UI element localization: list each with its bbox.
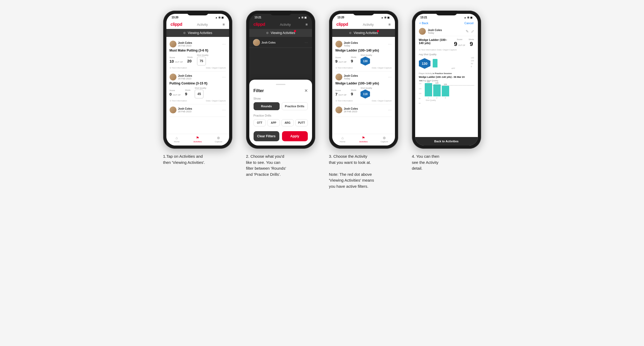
activities-banner-1[interactable]: ⚙ Viewing Activities bbox=[166, 29, 229, 37]
partial-card-header-2: Josh Coles ··· bbox=[253, 39, 308, 46]
phone-2-frame: 13:21 ▲ ⊞ ▣ clippd Activity ≡ ⚙ Viewin bbox=[246, 11, 315, 149]
score-block-3-1: Score 9 OUT OF bbox=[335, 56, 347, 63]
mini-chart-4: 130 100 50 0 APP bbox=[433, 57, 474, 70]
detail-actions-4: ✎ ⤢ bbox=[466, 29, 474, 33]
home-icon-1: ⌂ bbox=[176, 136, 178, 140]
nav-home-3[interactable]: ⌂ Home bbox=[332, 136, 353, 143]
filter-drill-row: OTT APP ARG PUTT bbox=[254, 119, 308, 126]
home-label-1: Home bbox=[174, 140, 179, 143]
hamburger-2[interactable]: ≡ bbox=[305, 22, 308, 27]
hamburger-3[interactable]: ≡ bbox=[388, 22, 390, 27]
user-date-3-1: Today bbox=[344, 44, 358, 47]
filter-title: Filter bbox=[254, 88, 264, 93]
avatar-1-3 bbox=[170, 106, 176, 113]
time-2: 13:21 bbox=[255, 16, 262, 19]
card-footer-3-1: ⊙ Test Information Data: Clippd Capture bbox=[335, 67, 392, 69]
signal-icon-2: ▲ bbox=[298, 16, 301, 19]
detail-score-4: 9 bbox=[454, 41, 457, 48]
quality-block-3-1: Shot Quality 130 bbox=[360, 54, 372, 66]
battery-icon-2: ▣ bbox=[304, 16, 307, 19]
red-dot-2 bbox=[294, 30, 296, 32]
app-drill-btn[interactable]: APP bbox=[267, 119, 280, 126]
partial-user-name-2: Josh Coles bbox=[262, 41, 276, 44]
close-button[interactable]: ✕ bbox=[304, 88, 308, 93]
avatar-3-2 bbox=[335, 74, 342, 80]
home-icon-3: ⌂ bbox=[342, 136, 344, 140]
back-button-4[interactable]: < Back bbox=[419, 22, 428, 25]
phone-1-screen: 13:20 ▲ ⊞ ▣ clippd Activity ≡ ⚙ Viewin bbox=[166, 14, 229, 146]
activity-card-3-2[interactable]: Josh Coles Today ··· Wedge Ladder (100–1… bbox=[335, 71, 392, 104]
shots-block-1-2: Shots 9 bbox=[185, 89, 190, 96]
activity-card-1-3[interactable]: Josh Coles 28 Feb 2023 ··· bbox=[170, 104, 226, 117]
nav-activities-3[interactable]: ⚑ Activities bbox=[353, 136, 374, 143]
bar-item-1: 132 1 bbox=[425, 81, 432, 99]
clear-filters-button[interactable]: Clear Filters bbox=[254, 131, 279, 141]
phone-4-notch bbox=[436, 11, 457, 15]
dots-1-1[interactable]: ··· bbox=[222, 42, 226, 46]
filter-sheet: Filter ✕ Show Rounds Practice Drills Pra… bbox=[249, 80, 312, 146]
arg-drill-btn[interactable]: ARG bbox=[281, 119, 294, 126]
card-user-info-3-2: Josh Coles Today bbox=[335, 74, 358, 80]
phone2-bg: Josh Coles ··· Filter ✕ Show bbox=[249, 37, 312, 146]
detail-content-4: Wedge Ladder (100–140 yds) Score 9 OUT O… bbox=[415, 36, 478, 137]
expand-icon-4[interactable]: ⤢ bbox=[471, 29, 474, 33]
shot-quality-y-label: Shot Quality bbox=[425, 99, 474, 101]
hamburger-1[interactable]: ≡ bbox=[222, 22, 225, 27]
user-date-3-3: 28 Feb 2023 bbox=[344, 110, 358, 113]
phone-3-frame: 13:20 ▲ ⊞ ▣ clippd Activity ≡ ⚙ Viewing … bbox=[329, 11, 398, 149]
bottom-nav-3: ⌂ Home ⚑ Activities ⊕ Capture bbox=[332, 134, 395, 146]
avatar-3-3 bbox=[335, 106, 342, 113]
detail-user-name-4: Josh Coles bbox=[428, 29, 442, 32]
nav-capture-1[interactable]: ⊕ Capture bbox=[208, 136, 229, 143]
user-details-1-3: Josh Coles 28 Feb 2023 bbox=[178, 107, 192, 113]
dots-1-2[interactable]: ··· bbox=[222, 75, 226, 79]
cancel-button-4[interactable]: Cancel bbox=[464, 22, 473, 25]
ott-drill-btn[interactable]: OTT bbox=[254, 119, 266, 126]
user-date-3-2: Today bbox=[344, 77, 358, 80]
dots-3-3[interactable]: ··· bbox=[388, 108, 392, 112]
shots-value-1-2: 9 bbox=[185, 92, 187, 96]
avg-hex-4: 130 bbox=[419, 58, 431, 69]
activities-banner-2[interactable]: ⚙ Viewing Activities bbox=[249, 29, 312, 37]
partial-dots-2[interactable]: ··· bbox=[305, 41, 308, 44]
dots-3-2[interactable]: ··· bbox=[388, 75, 392, 79]
bar-chart-4: 140 120 100 80 60 132 1 bbox=[419, 83, 474, 104]
dots-3-1[interactable]: ··· bbox=[388, 42, 392, 46]
apply-filter-button[interactable]: Apply bbox=[282, 131, 308, 141]
nav-activities-1[interactable]: ⚑ Activities bbox=[187, 136, 208, 143]
quality-hex-3-2: 118 bbox=[360, 89, 370, 99]
nav-title-3: Activity bbox=[363, 23, 374, 27]
activity-card-1-2[interactable]: Josh Coles 28 Feb 2023 ··· Putting Combi… bbox=[170, 71, 226, 104]
practice-drills-filter-btn[interactable]: Practice Drills bbox=[282, 102, 308, 110]
score-block-1-1: Score 10 OUT OF bbox=[170, 56, 183, 63]
activity-card-3-3[interactable]: Josh Coles 28 Feb 2023 ··· bbox=[335, 104, 392, 117]
shots-value-3-1: 9 bbox=[351, 59, 353, 63]
putt-drill-btn[interactable]: PUTT bbox=[295, 119, 308, 126]
activities-icon-3: ⚑ bbox=[362, 136, 365, 140]
avatar-1-1 bbox=[170, 41, 176, 48]
quality-block-1-1: Shot Quality 75 bbox=[197, 54, 209, 66]
detail-outof-4: OUT OF bbox=[458, 44, 465, 46]
edit-icon-4[interactable]: ✎ bbox=[466, 29, 469, 33]
wifi-icon-2: ⊞ bbox=[301, 16, 304, 19]
status-icons-4: ▲ ⊞ ▣ bbox=[464, 16, 473, 19]
phone-1-frame: 13:20 ▲ ⊞ ▣ clippd Activity ≡ ⚙ Viewin bbox=[163, 11, 232, 149]
detail-user-text-4: Josh Coles Today bbox=[428, 29, 442, 34]
wifi-icon-1: ⊞ bbox=[218, 16, 221, 19]
activities-banner-3[interactable]: ⚙ Viewing Activities bbox=[332, 29, 395, 37]
user-date-1-1: 28 Feb 2023 bbox=[178, 44, 192, 47]
bottom-nav-1: ⌂ Home ⚑ Activities ⊕ Capture bbox=[166, 134, 229, 146]
nav-home-1[interactable]: ⌂ Home bbox=[166, 136, 187, 143]
rounds-filter-btn[interactable]: Rounds bbox=[254, 102, 280, 110]
quality-badge-1-2: 45 bbox=[195, 89, 204, 99]
shots-block-3-1: Shots 9 bbox=[351, 56, 356, 63]
dots-1-3[interactable]: ··· bbox=[222, 108, 226, 112]
score-value-3-1: 9 bbox=[335, 59, 338, 63]
activity-card-1-1[interactable]: Josh Coles 28 Feb 2023 ··· Must Make Put… bbox=[170, 39, 226, 71]
back-to-activities-button[interactable]: Back to Activities bbox=[415, 137, 478, 146]
nav-capture-3[interactable]: ⊕ Capture bbox=[374, 136, 395, 143]
drills-section-label: Practice Drills bbox=[254, 114, 308, 117]
activity-card-3-1[interactable]: Josh Coles Today ··· Wedge Ladder (100–1… bbox=[335, 39, 392, 71]
user-name-3-1: Josh Coles bbox=[344, 41, 358, 44]
score-value-1-2: 0 bbox=[170, 92, 172, 96]
